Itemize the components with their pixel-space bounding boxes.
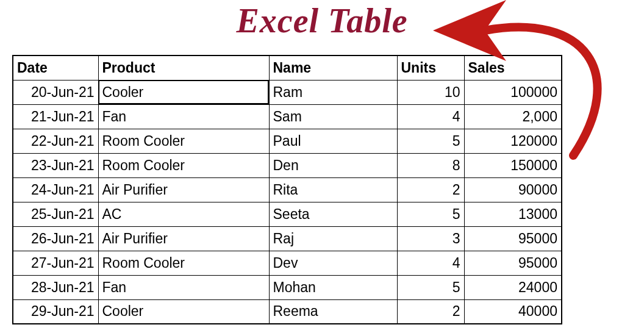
cell-sales[interactable]: 95000 (464, 226, 562, 251)
cell-product[interactable]: Room Cooler (98, 153, 269, 177)
cell-sales[interactable]: 100000 (464, 80, 562, 104)
col-header-date[interactable]: Date (13, 56, 98, 80)
table-header-row: Date Product Name Units Sales (13, 56, 562, 80)
table-row: 23-Jun-21 Room Cooler Den 8 150000 (13, 153, 562, 177)
cell-sales[interactable]: 120000 (464, 129, 562, 153)
cell-name[interactable]: Raj (269, 226, 397, 251)
cell-product[interactable]: Room Cooler (98, 129, 269, 153)
cell-date[interactable]: 29-Jun-21 (13, 299, 98, 324)
cell-name[interactable]: Ram (269, 80, 397, 104)
cell-date[interactable]: 28-Jun-21 (13, 275, 98, 299)
cell-sales[interactable]: 150000 (464, 153, 562, 177)
col-header-units[interactable]: Units (397, 56, 464, 80)
cell-product[interactable]: Room Cooler (98, 251, 269, 275)
cell-name[interactable]: Paul (269, 129, 397, 153)
cell-sales[interactable]: 90000 (464, 177, 562, 202)
table-row: 28-Jun-21 Fan Mohan 5 24000 (13, 275, 562, 299)
cell-date[interactable]: 23-Jun-21 (13, 153, 98, 177)
table-row: 25-Jun-21 AC Seeta 5 13000 (13, 202, 562, 226)
cell-units[interactable]: 3 (397, 226, 464, 251)
cell-sales[interactable]: 40000 (464, 299, 562, 324)
table-row: 22-Jun-21 Room Cooler Paul 5 120000 (13, 129, 562, 153)
table-row: 20-Jun-21 Cooler Ram 10 100000 (13, 80, 562, 104)
cell-product[interactable]: Cooler (98, 299, 269, 324)
excel-table: Date Product Name Units Sales 20-Jun-21 … (12, 55, 562, 324)
cell-product[interactable]: Fan (98, 104, 269, 129)
cell-product[interactable]: Fan (98, 275, 269, 299)
cell-date[interactable]: 20-Jun-21 (13, 80, 98, 104)
cell-date[interactable]: 27-Jun-21 (13, 251, 98, 275)
cell-units[interactable]: 10 (397, 80, 464, 104)
cell-name[interactable]: Dev (269, 251, 397, 275)
cell-product[interactable]: Air Purifier (98, 177, 269, 202)
col-header-sales[interactable]: Sales (464, 56, 562, 80)
cell-product[interactable]: Cooler (98, 80, 269, 104)
table-row: 24-Jun-21 Air Purifier Rita 2 90000 (13, 177, 562, 202)
table-body: 20-Jun-21 Cooler Ram 10 100000 21-Jun-21… (13, 80, 562, 324)
cell-date[interactable]: 22-Jun-21 (13, 129, 98, 153)
cell-name[interactable]: Seeta (269, 202, 397, 226)
cell-product[interactable]: Air Purifier (98, 226, 269, 251)
cell-date[interactable]: 26-Jun-21 (13, 226, 98, 251)
cell-sales[interactable]: 24000 (464, 275, 562, 299)
table-row: 21-Jun-21 Fan Sam 4 2,000 (13, 104, 562, 129)
table-row: 26-Jun-21 Air Purifier Raj 3 95000 (13, 226, 562, 251)
cell-name[interactable]: Rita (269, 177, 397, 202)
cell-name[interactable]: Den (269, 153, 397, 177)
cell-name[interactable]: Sam (269, 104, 397, 129)
cell-units[interactable]: 8 (397, 153, 464, 177)
cell-date[interactable]: 24-Jun-21 (13, 177, 98, 202)
cell-units[interactable]: 2 (397, 299, 464, 324)
cell-units[interactable]: 5 (397, 275, 464, 299)
cell-sales[interactable]: 95000 (464, 251, 562, 275)
table-row: 29-Jun-21 Cooler Reema 2 40000 (13, 299, 562, 324)
cell-units[interactable]: 5 (397, 129, 464, 153)
cell-units[interactable]: 5 (397, 202, 464, 226)
cell-date[interactable]: 25-Jun-21 (13, 202, 98, 226)
col-header-product[interactable]: Product (98, 56, 269, 80)
cell-sales[interactable]: 13000 (464, 202, 562, 226)
col-header-name[interactable]: Name (269, 56, 397, 80)
cell-units[interactable]: 4 (397, 104, 464, 129)
cell-date[interactable]: 21-Jun-21 (13, 104, 98, 129)
cell-sales[interactable]: 2,000 (464, 104, 562, 129)
page-title: Excel Table (0, 1, 644, 40)
cell-name[interactable]: Mohan (269, 275, 397, 299)
table-row: 27-Jun-21 Room Cooler Dev 4 95000 (13, 251, 562, 275)
cell-units[interactable]: 4 (397, 251, 464, 275)
cell-units[interactable]: 2 (397, 177, 464, 202)
cell-name[interactable]: Reema (269, 299, 397, 324)
cell-product[interactable]: AC (98, 202, 269, 226)
